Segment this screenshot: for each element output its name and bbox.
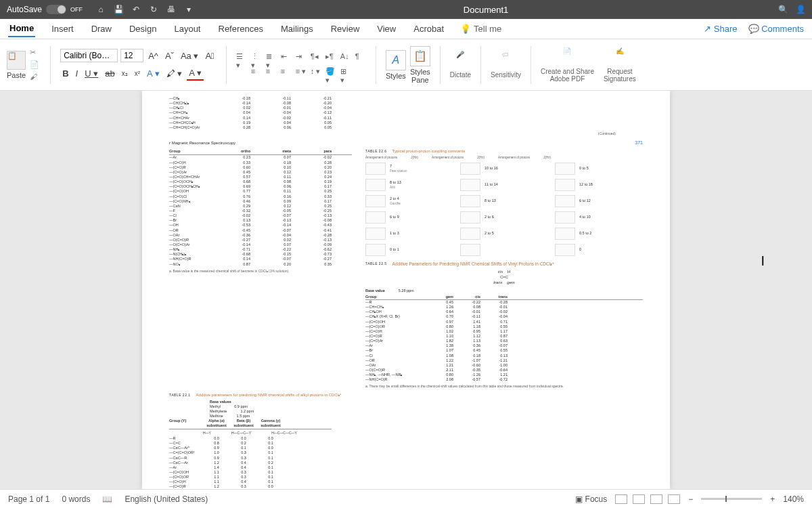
table-row: —C=C0.80.20.1 [169, 441, 332, 446]
tab-mailings[interactable]: Mailings [279, 21, 315, 37]
tab-draw[interactable]: Draw [90, 21, 113, 37]
undo-icon[interactable]: ↶ [131, 5, 141, 14]
footnote: a. Base value is the measured chemical s… [169, 269, 352, 274]
font-select[interactable] [60, 49, 118, 62]
tab-review[interactable]: Review [330, 21, 361, 37]
change-case-icon[interactable]: Aa ▾ [179, 49, 201, 62]
request-label: Request Signatures [604, 68, 636, 83]
table-row: —OR-0.45-0.07-0.41 [169, 228, 352, 233]
language[interactable]: English (United States) [125, 494, 208, 504]
subscript-button[interactable]: x₂ [120, 68, 130, 79]
bullets-icon[interactable]: ☰ ▾ [236, 52, 247, 63]
multilevel-icon[interactable]: ≣ ▾ [266, 52, 277, 63]
create-share-pdf-button[interactable]: 📄 Create and Share Adobe PDF [541, 47, 594, 83]
borders-icon[interactable]: ⊞ ▾ [340, 67, 351, 78]
dictate-button[interactable]: 🎤 Dictate [450, 51, 471, 79]
format-painter-icon[interactable]: 🖌 [30, 72, 41, 82]
tab-acrobat[interactable]: Acrobat [412, 21, 445, 37]
spell-check-icon[interactable]: 📖 [102, 494, 112, 504]
font-color-icon[interactable]: A ▾ [187, 66, 204, 81]
table-row: —(C=O)CH=CHAr0.570.110.24 [169, 175, 352, 179]
table-row: —CH(CH₃)₂-0.14-0.08-0.20 [169, 101, 643, 106]
align-right-icon[interactable]: ≡ [281, 67, 292, 78]
highlight-icon[interactable]: 🖍 ▾ [164, 67, 185, 80]
tab-references[interactable]: References [217, 21, 265, 37]
focus-mode[interactable]: ▣ Focus [575, 494, 607, 504]
tab-insert[interactable]: Insert [50, 21, 75, 37]
zoom-out[interactable]: − [688, 494, 693, 504]
tell-me[interactable]: 💡 Tell me [460, 24, 501, 34]
tab-design[interactable]: Design [128, 21, 158, 37]
comments-button[interactable]: 💬 Comments [748, 24, 804, 34]
sensitivity-button[interactable]: 🏷 Sensitivity [491, 51, 521, 79]
increase-font-icon[interactable]: A^ [146, 49, 160, 62]
table-row: —NH(C=O)R0.14-0.07-0.27 [169, 257, 352, 261]
ltr-icon[interactable]: ¶◂ [311, 52, 321, 63]
tab-home[interactable]: Home [8, 20, 35, 37]
bold-button[interactable]: B [60, 67, 70, 80]
print-layout-icon[interactable] [615, 494, 627, 504]
italic-button[interactable]: I [74, 67, 81, 80]
autosave-toggle[interactable]: AutoSave OFF [7, 5, 83, 14]
table-row: —CH=CH(C=O)Ar0.280.060.05 [169, 125, 643, 130]
increase-indent-icon[interactable]: ⇥ [296, 52, 307, 63]
table-row: —(C=O)Ar0.450.120.23 [169, 170, 352, 175]
search-icon[interactable]: 🔍 [778, 5, 788, 14]
table-row: —C≡C—Arᵇ0.90.10.0 [169, 446, 332, 450]
customize-icon[interactable]: ▾ [184, 5, 194, 14]
word-count[interactable]: 0 words [62, 494, 90, 504]
rtl-icon[interactable]: ▸¶ [325, 52, 336, 63]
align-center-icon[interactable]: ≡ [266, 67, 277, 78]
home-icon[interactable]: ⌂ [96, 5, 106, 14]
table-row: —C≡C—R0.90.30.1 [169, 456, 332, 461]
profile-icon[interactable]: 👤 [796, 5, 805, 14]
superscript-button[interactable]: x² [133, 68, 142, 79]
document-area[interactable]: I —CH₃-0.18-0.11-0.21—CH(CH₃)₂-0.14-0.08… [0, 91, 812, 489]
share-button[interactable]: ↗ Share [704, 24, 737, 34]
numbering-icon[interactable]: ⋮ ▾ [251, 52, 262, 63]
align-left-icon[interactable]: ≡ [251, 67, 262, 78]
coupling-cell: 10 to 16 [460, 163, 548, 175]
line-spacing-icon[interactable]: ↕ ▾ [311, 67, 321, 78]
decrease-indent-icon[interactable]: ⇤ [281, 52, 292, 63]
coupling-cell: 2 to 4Gauche [365, 195, 453, 207]
request-signatures-button[interactable]: ✍ Request Signatures [604, 47, 636, 83]
cut-icon[interactable]: ✂ [30, 48, 41, 58]
tab-view[interactable]: View [376, 21, 397, 37]
page-indicator[interactable]: Page 1 of 1 [8, 494, 49, 504]
table-row: —Ar1.40.40.1 [169, 465, 332, 470]
table-row: —Br0.13-0.13-0.08 [169, 218, 352, 223]
zoom-slider[interactable] [701, 498, 762, 500]
show-marks-icon[interactable]: ¶ [355, 52, 366, 63]
outline-icon[interactable] [650, 494, 662, 504]
sort-icon[interactable]: A↓ [340, 52, 351, 63]
print-icon[interactable]: 🖶 [166, 5, 176, 14]
table-row: —(C=O)H0.330.180.28 [169, 161, 352, 165]
table-row: —NH(C=O)R2.08-0.57-0.72 [365, 377, 643, 382]
ribbon-tabs: Home Insert Draw Design Layout Reference… [0, 19, 812, 39]
size-select[interactable] [120, 49, 143, 62]
copy-icon[interactable]: 📄 [30, 60, 41, 70]
strike-button[interactable]: ab [103, 67, 116, 80]
web-layout-icon[interactable] [633, 494, 645, 504]
paste-button[interactable]: 📋 Paste [7, 51, 26, 79]
tab-layout[interactable]: Layout [173, 21, 202, 37]
underline-button[interactable]: U ▾ [83, 67, 100, 80]
text-effects-icon[interactable]: A ▾ [145, 67, 162, 80]
decrease-font-icon[interactable]: Aˇ [163, 49, 176, 62]
shading-icon[interactable]: 🪣 ▾ [325, 67, 336, 78]
draft-icon[interactable] [668, 494, 680, 504]
zoom-in[interactable]: + [770, 494, 775, 504]
zoom-level[interactable]: 140% [783, 494, 804, 504]
clear-format-icon[interactable]: A⃠ [203, 49, 216, 62]
table-row: —NH₂-0.71-0.22-0.62 [169, 247, 352, 252]
styles-button[interactable]: A Styles [386, 50, 406, 80]
justify-icon[interactable]: ≡ ▾ [296, 67, 307, 78]
save-icon[interactable]: 💾 [114, 5, 123, 14]
page[interactable]: —CH₃-0.18-0.11-0.21—CH(CH₃)₂-0.14-0.08-0… [142, 91, 670, 489]
toggle-switch[interactable] [46, 5, 66, 14]
table-row: —OR1.22-1.07-1.21 [365, 358, 643, 363]
redo-icon[interactable]: ↻ [149, 5, 158, 14]
table-row: —(C=O)Cl0.760.160.33 [169, 194, 352, 199]
styles-pane-button[interactable]: 📋 Styles Pane [410, 46, 430, 84]
